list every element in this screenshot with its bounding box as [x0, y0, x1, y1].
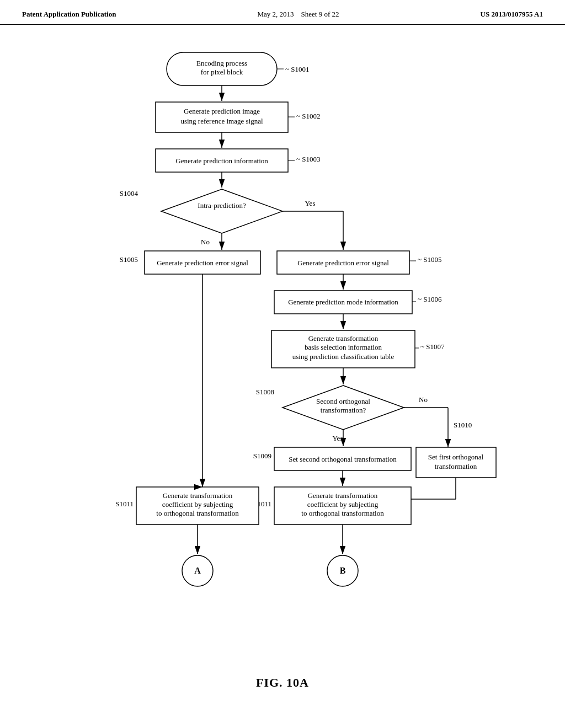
svg-text:S1008: S1008 — [256, 388, 274, 396]
svg-text:~ S1005: ~ S1005 — [418, 255, 442, 264]
svg-text:~ S1002: ~ S1002 — [296, 112, 321, 120]
svg-text:transformation?: transformation? — [321, 406, 366, 414]
svg-text:Yes: Yes — [305, 199, 316, 207]
svg-text:Generate prediction informatio: Generate prediction information — [175, 157, 268, 165]
svg-text:~ S1003: ~ S1003 — [296, 155, 321, 163]
svg-text:Set first orthogonal: Set first orthogonal — [428, 453, 484, 461]
svg-text:to orthogonal transformation: to orthogonal transformation — [156, 509, 239, 517]
svg-text:Yes: Yes — [333, 434, 343, 442]
page-header: Patent Application Publication May 2, 20… — [0, 0, 565, 25]
svg-text:No: No — [419, 395, 428, 404]
svg-text:Generate transformation: Generate transformation — [163, 491, 233, 500]
svg-text:B: B — [340, 566, 346, 575]
svg-text:S1004: S1004 — [120, 189, 138, 197]
svg-text:transformation: transformation — [435, 462, 477, 470]
diagram-area: Encoding process for pixel block ~ S1001… — [0, 25, 565, 706]
svg-text:S1009: S1009 — [253, 452, 271, 460]
svg-marker-18 — [161, 189, 282, 233]
header-center: May 2, 2013 Sheet 9 of 22 — [258, 10, 339, 19]
svg-text:Set second orthogonal transfor: Set second orthogonal transformation — [289, 455, 397, 463]
svg-text:Generate prediction error sign: Generate prediction error signal — [157, 259, 248, 267]
svg-text:Encoding process: Encoding process — [196, 59, 247, 67]
figure-label: FIG. 10A — [33, 676, 532, 690]
header-left: Patent Application Publication — [22, 10, 116, 19]
svg-text:A: A — [194, 566, 201, 575]
svg-text:~ S1007: ~ S1007 — [420, 342, 445, 351]
svg-text:S1010: S1010 — [454, 421, 472, 429]
svg-text:Generate transformation: Generate transformation — [308, 491, 378, 500]
svg-text:Generate prediction error sign: Generate prediction error signal — [297, 259, 389, 267]
svg-text:Generate prediction image: Generate prediction image — [184, 107, 260, 115]
svg-text:using reference image signal: using reference image signal — [180, 117, 263, 125]
svg-text:Generate prediction mode infor: Generate prediction mode information — [288, 298, 398, 306]
svg-text:coefficient by subjecting: coefficient by subjecting — [307, 500, 379, 508]
svg-text:Generate transformation: Generate transformation — [308, 334, 379, 342]
svg-text:coefficient by subjecting: coefficient by subjecting — [162, 500, 233, 508]
svg-text:~ S1001: ~ S1001 — [285, 65, 310, 73]
svg-text:S1005: S1005 — [120, 255, 138, 264]
svg-text:Intra-prediction?: Intra-prediction? — [198, 201, 246, 210]
flowchart-svg: Encoding process for pixel block ~ S1001… — [56, 41, 509, 665]
svg-text:No: No — [201, 238, 210, 246]
header-date: May 2, 2013 — [258, 10, 294, 18]
header-sheet: Sheet 9 of 22 — [301, 10, 339, 18]
svg-text:to orthogonal transformation: to orthogonal transformation — [301, 509, 384, 517]
svg-text:using prediction classificatio: using prediction classification table — [292, 352, 395, 361]
svg-text:for pixel block: for pixel block — [201, 68, 243, 76]
svg-text:basis selection information: basis selection information — [305, 343, 382, 351]
svg-text:~ S1006: ~ S1006 — [418, 295, 442, 303]
svg-text:S1011: S1011 — [115, 500, 134, 508]
header-right: US 2013/0107955 A1 — [481, 10, 543, 19]
svg-text:Second orthogonal: Second orthogonal — [316, 397, 370, 405]
